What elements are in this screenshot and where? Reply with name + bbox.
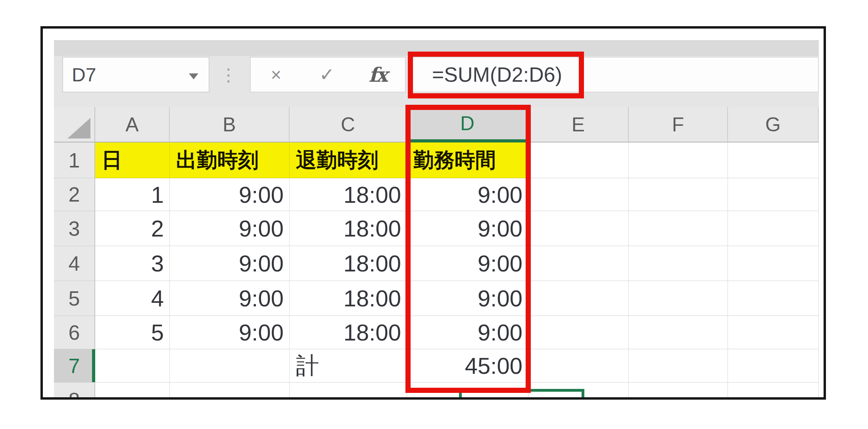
cell-F4[interactable] (629, 246, 728, 281)
cell-B8[interactable] (170, 383, 290, 398)
cell-A3[interactable]: 2 (95, 211, 170, 246)
cell-A7[interactable] (95, 349, 170, 383)
cell-D3[interactable]: 9:00 (407, 211, 528, 246)
cell-G4[interactable] (728, 246, 819, 281)
cell-B4[interactable]: 9:00 (170, 246, 290, 281)
cell-D2[interactable]: 9:00 (407, 178, 528, 211)
sheet-grid: ABCDEFG1日出勤時刻退勤時刻勤務時間219:0018:009:00329:… (54, 107, 819, 398)
cell-C1[interactable]: 退勤時刻 (290, 142, 407, 178)
cell-F8[interactable] (629, 383, 728, 398)
column-header-C[interactable]: C (290, 107, 407, 142)
cell-F2[interactable] (629, 178, 728, 211)
cell-A6[interactable]: 5 (95, 316, 170, 349)
cell-F5[interactable] (629, 281, 728, 316)
row-header-3[interactable]: 3 (54, 211, 95, 246)
formula-text: =SUM(D2:D6) (432, 63, 562, 87)
screenshot-stage: D7 ⋮ × ✓ fx =SUM(D2:D6) ABCDEFG1日出勤時刻退勤時… (0, 0, 868, 429)
cell-D1[interactable]: 勤務時間 (407, 142, 528, 178)
cell-E5[interactable] (528, 281, 629, 316)
cell-C3[interactable]: 18:00 (290, 211, 407, 246)
cell-G6[interactable] (728, 316, 819, 349)
cell-B1[interactable]: 出勤時刻 (170, 142, 290, 178)
cell-G5[interactable] (728, 281, 819, 316)
column-header-B[interactable]: B (170, 107, 290, 142)
cell-F1[interactable] (629, 142, 728, 178)
cell-G8[interactable] (728, 383, 819, 398)
row-header-1[interactable]: 1 (54, 142, 95, 178)
cell-A1[interactable]: 日 (95, 142, 170, 178)
cell-D5[interactable]: 9:00 (407, 281, 528, 316)
cell-B7[interactable] (170, 349, 290, 383)
name-box-dropdown-icon[interactable] (189, 73, 198, 79)
cell-D4[interactable]: 9:00 (407, 246, 528, 281)
column-header-A[interactable]: A (95, 107, 170, 142)
enter-icon[interactable]: ✓ (301, 64, 352, 85)
cell-C5[interactable]: 18:00 (290, 281, 407, 316)
cell-E2[interactable] (528, 178, 629, 211)
cell-F7[interactable] (629, 349, 728, 383)
cell-B3[interactable]: 9:00 (170, 211, 290, 246)
cell-D6[interactable]: 9:00 (407, 316, 528, 349)
cell-E6[interactable] (528, 316, 629, 349)
cell-A2[interactable]: 1 (95, 178, 170, 211)
cell-C4[interactable]: 18:00 (290, 246, 407, 281)
row-header-4[interactable]: 4 (54, 246, 95, 281)
cell-D8[interactable] (407, 383, 528, 398)
cell-C2[interactable]: 18:00 (290, 178, 407, 211)
cell-B5[interactable]: 9:00 (170, 281, 290, 316)
cell-F6[interactable] (629, 316, 728, 349)
cell-G7[interactable] (728, 349, 819, 383)
cell-B2[interactable]: 9:00 (170, 178, 290, 211)
row-header-7[interactable]: 7 (54, 349, 95, 383)
cell-E4[interactable] (528, 246, 629, 281)
column-header-G[interactable]: G (728, 107, 819, 142)
column-header-F[interactable]: F (629, 107, 728, 142)
cell-F3[interactable] (629, 211, 728, 246)
column-header-E[interactable]: E (528, 107, 629, 142)
cell-A8[interactable] (95, 383, 170, 398)
column-header-D[interactable]: D (407, 107, 528, 142)
row-header-2[interactable]: 2 (54, 178, 95, 211)
formula-bar-buttons: × ✓ fx (250, 57, 406, 92)
row-header-8[interactable]: 8 (54, 383, 95, 398)
excel-window: D7 ⋮ × ✓ fx =SUM(D2:D6) ABCDEFG1日出勤時刻退勤時… (54, 40, 819, 398)
select-all-corner[interactable] (54, 107, 95, 142)
name-box[interactable]: D7 (62, 57, 209, 92)
cell-E3[interactable] (528, 211, 629, 246)
row-header-5[interactable]: 5 (54, 281, 95, 316)
cell-D7[interactable]: 45:00 (407, 349, 528, 383)
cell-E1[interactable] (528, 142, 629, 178)
cell-A5[interactable]: 4 (95, 281, 170, 316)
row-header-6[interactable]: 6 (54, 316, 95, 349)
window-top-strip (54, 40, 819, 56)
formula-bar-input[interactable]: =SUM(D2:D6) (411, 57, 819, 92)
cell-E8[interactable] (528, 383, 629, 398)
cell-C8[interactable] (290, 383, 407, 398)
cell-G2[interactable] (728, 178, 819, 211)
cell-A4[interactable]: 3 (95, 246, 170, 281)
name-box-value: D7 (72, 64, 96, 86)
cell-C6[interactable]: 18:00 (290, 316, 407, 349)
cell-B6[interactable]: 9:00 (170, 316, 290, 349)
cell-G1[interactable] (728, 142, 819, 178)
cell-G3[interactable] (728, 211, 819, 246)
cancel-icon[interactable]: × (251, 64, 301, 85)
formula-bar-separator-icon: ⋮ (224, 57, 233, 92)
insert-function-icon[interactable]: fx (352, 63, 403, 87)
cell-E7[interactable] (528, 349, 629, 383)
cell-C7[interactable]: 計 (290, 349, 407, 383)
